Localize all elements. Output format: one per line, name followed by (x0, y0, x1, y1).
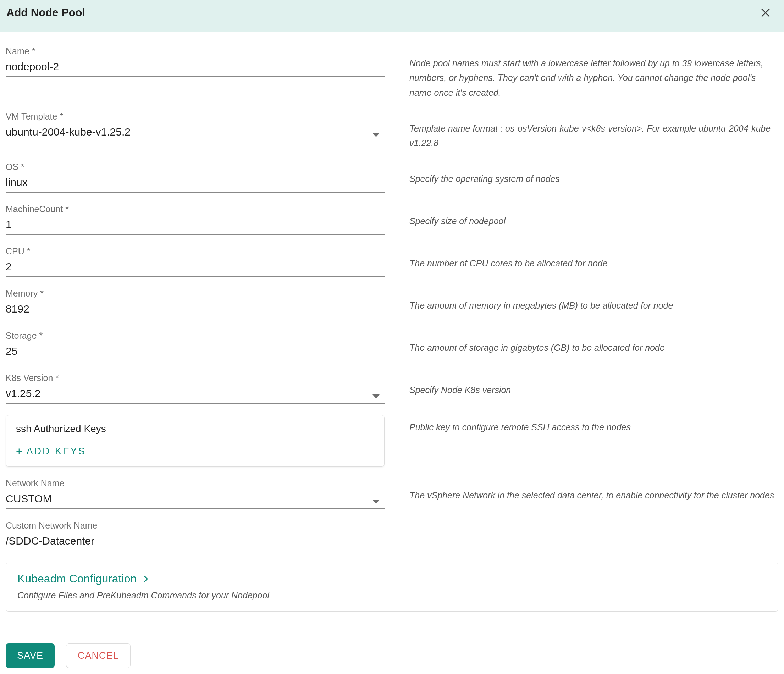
kubeadm-title: Kubeadm Configuration (17, 572, 137, 585)
dialog-header: Add Node Pool (0, 0, 784, 32)
dialog-title: Add Node Pool (6, 6, 85, 19)
machine-count-help: Specify size of nodepool (384, 204, 778, 229)
custom-network-help (384, 520, 778, 530)
k8s-version-select[interactable] (6, 385, 384, 404)
add-keys-label: ADD KEYS (26, 446, 87, 457)
network-name-label: Network Name (6, 478, 384, 489)
network-name-help: The vSphere Network in the selected data… (384, 478, 778, 503)
custom-network-input[interactable] (6, 533, 384, 551)
storage-label: Storage * (6, 331, 384, 341)
network-name-select[interactable] (6, 490, 384, 509)
ssh-keys-title: ssh Authorized Keys (16, 423, 374, 434)
save-button[interactable]: SAVE (6, 643, 54, 668)
cpu-help: The number of CPU cores to be allocated … (384, 246, 778, 271)
cpu-input[interactable] (6, 258, 384, 277)
ssh-keys-help: Public key to configure remote SSH acces… (384, 415, 778, 434)
os-help: Specify the operating system of nodes (384, 162, 778, 186)
os-input[interactable] (6, 174, 384, 193)
machine-count-input[interactable] (6, 216, 384, 235)
kubeadm-desc: Configure Files and PreKubeadm Commands … (17, 590, 767, 601)
close-icon[interactable] (760, 7, 771, 19)
chevron-right-icon (142, 575, 150, 583)
kubeadm-toggle[interactable]: Kubeadm Configuration (17, 572, 767, 585)
cpu-label: CPU * (6, 246, 384, 257)
custom-network-label: Custom Network Name (6, 520, 384, 531)
storage-help: The amount of storage in gigabytes (GB) … (384, 331, 778, 355)
memory-help: The amount of memory in megabytes (MB) t… (384, 288, 778, 313)
name-help: Node pool names must start with a lowerc… (384, 46, 778, 100)
memory-label: Memory * (6, 288, 384, 299)
name-input[interactable] (6, 59, 384, 77)
ssh-keys-card: ssh Authorized Keys + ADD KEYS (6, 415, 384, 467)
add-keys-button[interactable]: + ADD KEYS (16, 445, 86, 457)
vm-template-help: Template name format : os-osVersion-kube… (384, 111, 778, 151)
os-label: OS * (6, 162, 384, 172)
k8s-version-help: Specify Node K8s version (384, 373, 778, 397)
vm-template-select[interactable] (6, 124, 384, 142)
storage-input[interactable] (6, 343, 384, 361)
plus-icon: + (16, 445, 22, 457)
memory-input[interactable] (6, 301, 384, 319)
k8s-version-label: K8s Version * (6, 373, 384, 383)
dialog-footer: SAVE CANCEL (0, 626, 784, 674)
kubeadm-card: Kubeadm Configuration Configure Files an… (6, 563, 778, 612)
machine-count-label: MachineCount * (6, 204, 384, 214)
cancel-button[interactable]: CANCEL (66, 643, 131, 668)
vm-template-label: VM Template * (6, 111, 384, 122)
name-label: Name * (6, 46, 384, 56)
